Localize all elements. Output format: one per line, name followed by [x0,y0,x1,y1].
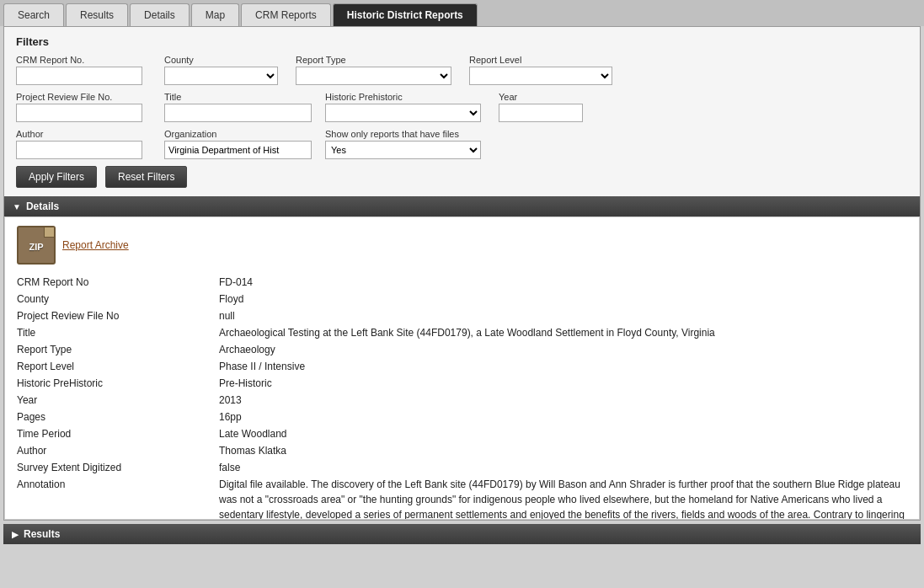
report-type-select[interactable] [296,67,451,85]
project-review-input[interactable] [16,104,142,122]
author-label: Author [16,129,151,139]
crm-report-input[interactable] [16,67,142,85]
details-header-label: Details [26,200,59,212]
year-label: Year [499,92,583,102]
tab-details[interactable]: Details [130,3,190,26]
detail-key: Report Type [17,342,219,357]
detail-key: Annotation [17,477,219,519]
detail-row: Time PeriodLate Woodland [17,426,907,441]
detail-value: Late Woodland [219,426,907,441]
author-input[interactable] [16,141,142,159]
detail-row: Survey Extent Digitizedfalse [17,460,907,475]
report-level-group: Report Level [469,55,617,85]
detail-value: 16pp [219,409,907,425]
detail-key: Project Review File No [17,308,219,323]
organization-input[interactable] [164,141,312,159]
details-section-header[interactable]: ▼ Details [4,196,920,216]
title-input[interactable] [164,104,312,122]
report-level-label: Report Level [469,55,617,65]
detail-row: Year2013 [17,393,907,408]
detail-key: County [17,291,219,307]
detail-key: Historic PreHistoric [17,376,219,391]
detail-key: Title [17,325,219,340]
tab-crm-reports[interactable]: CRM Reports [241,3,331,26]
reset-filters-button[interactable]: Reset Filters [105,166,187,188]
detail-row: AnnotationDigital file available. The di… [17,477,907,519]
year-group: Year [499,92,583,122]
county-label: County [164,55,282,65]
detail-value: Floyd [219,291,907,307]
county-select[interactable] [164,67,278,85]
hist-prehistoric-label: Historic Prehistoric [325,92,485,102]
filters-section: Filters CRM Report No. County Report Typ… [4,27,920,196]
filter-row-2: Project Review File No. Title Historic P… [16,92,908,122]
detail-key: Year [17,393,219,408]
detail-value: null [219,308,907,323]
tab-historic-district-reports[interactable]: Historic District Reports [333,3,478,26]
filters-title: Filters [16,35,908,48]
project-review-group: Project Review File No. [16,92,151,122]
detail-row: AuthorThomas Klatka [17,443,907,458]
detail-value: Phase II / Intensive [219,359,907,374]
tab-results[interactable]: Results [66,3,128,26]
detail-value: Digital file available. The discovery of… [219,477,907,519]
tab-bar: Search Results Details Map CRM Reports H… [0,0,924,26]
detail-value: FD-014 [219,275,907,290]
show-only-select[interactable]: Yes No [325,141,481,159]
results-section-header[interactable]: ▶ Results [3,524,921,544]
report-type-group: Report Type [296,55,456,85]
detail-row: CRM Report NoFD-014 [17,275,907,290]
organization-label: Organization [164,129,312,139]
title-label: Title [164,92,312,102]
year-input[interactable] [499,104,583,122]
details-arrow: ▼ [13,202,21,211]
detail-row: Pages16pp [17,409,907,425]
detail-row: Historic PreHistoricPre-Historic [17,376,907,391]
zip-label: ZIP [29,242,43,252]
apply-filters-button[interactable]: Apply Filters [16,166,97,188]
detail-value: Pre-Historic [219,376,907,391]
hist-prehistoric-select[interactable] [325,104,481,122]
results-arrow: ▶ [12,530,19,539]
detail-row: TitleArchaeological Testing at the Left … [17,325,907,340]
crm-report-label: CRM Report No. [16,55,151,65]
crm-report-group: CRM Report No. [16,55,151,85]
detail-key: Pages [17,409,219,425]
zip-icon-fold [44,227,54,238]
show-only-label: Show only reports that have files [325,129,536,139]
organization-group: Organization [164,129,312,159]
button-row: Apply Filters Reset Filters [16,166,908,188]
detail-row: Project Review File Nonull [17,308,907,323]
tab-map[interactable]: Map [191,3,239,26]
show-only-group: Show only reports that have files Yes No [325,129,536,159]
detail-key: Author [17,443,219,458]
zip-icon: ZIP [17,226,56,265]
report-level-select[interactable] [469,67,612,85]
details-scroll[interactable]: ZIP Report Archive CRM Report NoFD-014Co… [5,217,919,519]
tab-search[interactable]: Search [3,3,64,26]
report-archive-row: ZIP Report Archive [17,226,907,265]
detail-key: Report Level [17,359,219,374]
hist-prehistoric-group: Historic Prehistoric [325,92,485,122]
detail-value: Archaeology [219,342,907,357]
filter-row-1: CRM Report No. County Report Type R [16,55,908,85]
detail-key: Time Period [17,426,219,441]
detail-key: CRM Report No [17,275,219,290]
author-group: Author [16,129,151,159]
main-content: Filters CRM Report No. County Report Typ… [3,26,921,521]
detail-value: Archaeological Testing at the Left Bank … [219,325,907,340]
detail-key: Survey Extent Digitized [17,460,219,475]
title-group: Title [164,92,312,122]
detail-table: CRM Report NoFD-014CountyFloydProject Re… [17,275,907,519]
detail-value: false [219,460,907,475]
project-review-label: Project Review File No. [16,92,151,102]
filter-row-3: Author Organization Show only reports th… [16,129,908,159]
report-archive-link[interactable]: Report Archive [62,239,129,251]
detail-value: 2013 [219,393,907,408]
results-section: ▶ Results [3,524,921,544]
detail-row: CountyFloyd [17,291,907,307]
report-type-label: Report Type [296,55,456,65]
results-header-label: Results [24,528,60,540]
county-group: County [164,55,282,85]
detail-row: Report TypeArchaeology [17,342,907,357]
